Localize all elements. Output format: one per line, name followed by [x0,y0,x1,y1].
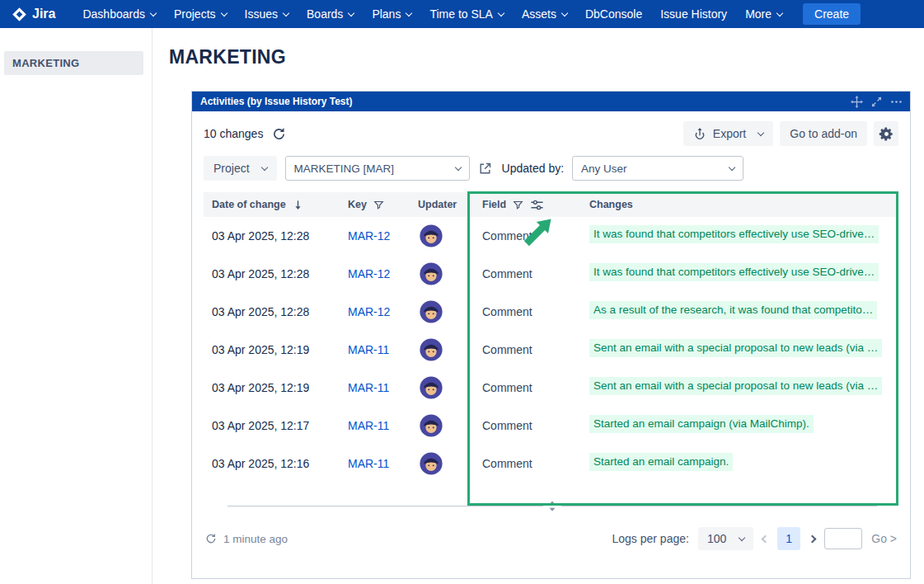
prev-page-icon[interactable] [762,535,770,543]
nav-item[interactable]: More [736,0,791,28]
nav-item-label: Issue History [660,7,727,21]
change-value-chip[interactable]: Started an email campaign (via MailChimp… [589,415,814,433]
row-key-cell: MAR-12 [348,266,418,281]
pagination: Logs per page: 100 1 Go > [612,527,897,550]
main-content: MARKETING Activities (by Issue History T… [152,28,924,584]
current-page-button[interactable]: 1 [777,527,800,550]
chevron-down-icon [283,9,289,16]
chevron-down-icon [406,9,412,16]
issue-key-link[interactable]: MAR-11 [348,381,389,394]
nav-item[interactable]: Dashboards [73,0,165,28]
sidebar-item-marketing[interactable]: MARKETING [4,51,143,75]
change-value-chip[interactable]: It was found that competitors effectivel… [589,225,879,243]
header-updater[interactable]: Updater [418,199,482,210]
export-button[interactable]: Export [683,121,773,146]
filter-funnel-icon[interactable] [373,200,384,210]
nav-item[interactable]: Projects [165,0,236,28]
refresh-icon[interactable] [272,127,286,141]
header-key[interactable]: Key [348,199,418,210]
issue-key-link[interactable]: MAR-11 [348,419,389,432]
header-field[interactable]: Field [482,198,589,212]
chevron-down-icon [757,129,764,135]
change-value-chip[interactable]: It was found that competitors effectivel… [589,263,879,281]
gear-icon [879,126,894,142]
filter-funnel-icon[interactable] [513,200,523,210]
filter-type-button[interactable]: Project [204,156,277,181]
change-value-chip[interactable]: Started an email campaign. [589,453,733,471]
issue-key-link[interactable]: MAR-12 [348,267,390,280]
move-icon[interactable] [851,96,863,108]
nav-item-label: Projects [174,7,216,21]
open-project-link[interactable] [478,162,492,176]
sort-desc-icon[interactable] [293,200,303,210]
updater-avatar [420,376,443,399]
change-value-chip[interactable]: As a result of the research, it was foun… [589,301,877,319]
chevron-down-icon [739,534,745,540]
last-refresh-label: 1 minute ago [223,533,288,545]
go-to-page-button[interactable]: Go > [871,532,897,545]
table-row: 03 Apr 2025, 12:19 MAR-11 [204,369,898,407]
change-value-chip[interactable]: Sent an email with a special proposal to… [589,377,882,395]
issue-key-link[interactable]: MAR-11 [348,457,389,470]
row-key-cell: MAR-11 [348,418,418,433]
row-field: Comment [482,267,589,280]
nav-item[interactable]: Time to SLA [420,0,513,28]
updater-avatar [420,452,443,475]
row-changes-cell: As a result of the research, it was foun… [589,301,898,323]
nav-item[interactable]: Plans [363,0,420,28]
row-field: Comment [482,457,589,470]
issue-key-link[interactable]: MAR-11 [348,343,389,356]
export-label: Export [713,127,746,140]
project-select[interactable]: MARKETING [MAR] [285,156,470,181]
panel-body: 10 changes Exp [192,111,910,551]
nav-item[interactable]: Issue History [651,0,736,28]
changes-count-group: 10 changes [204,127,286,141]
toolbar-row: 10 changes Exp [204,121,898,146]
header-date[interactable]: Date of change [212,199,348,210]
next-page-icon[interactable] [809,535,817,543]
jira-brand[interactable]: Jira [12,7,55,22]
row-updater-cell [418,338,482,361]
expand-icon[interactable] [871,97,882,107]
filter-row: Project MARKETING [MAR] Updated by: [204,156,898,181]
chevron-down-icon [498,9,504,16]
page-jump-input[interactable] [824,528,862,549]
table-resize-divider [227,506,877,506]
change-value-chip[interactable]: Sent an email with a special proposal to… [589,339,882,357]
nav-item[interactable]: Issues [236,0,298,28]
row-key-cell: MAR-12 [348,228,418,243]
settings-button[interactable] [874,121,898,146]
app-root: Jira Dashboards Projects Issues Boards P… [0,0,924,584]
chevron-down-icon [348,9,354,16]
resize-handle-icon[interactable] [543,501,561,511]
nav-item[interactable]: Assets [513,0,576,28]
nav-item[interactable]: DbConsole [576,0,651,28]
row-field: Comment [482,381,589,394]
go-to-addon-button[interactable]: Go to add-on [780,121,867,146]
nav-item-label: Boards [307,7,343,21]
header-changes[interactable]: Changes [589,199,898,210]
chevron-down-icon [729,163,735,170]
row-updater-cell [418,224,482,247]
go-to-addon-label: Go to add-on [790,127,857,140]
updater-avatar [420,338,443,361]
create-button[interactable]: Create [803,3,861,25]
issue-key-link[interactable]: MAR-12 [348,229,390,243]
nav-item[interactable]: Boards [298,0,363,28]
chevron-down-icon [260,163,267,170]
more-options-icon[interactable] [890,96,903,108]
refresh-icon[interactable] [205,533,217,544]
project-select-value: MARKETING [MAR] [294,162,395,175]
issue-key-link[interactable]: MAR-12 [348,305,390,318]
logs-per-page-select[interactable]: 100 [698,527,753,550]
panel-header-icons [851,96,903,108]
updated-by-select[interactable]: Any User [572,156,743,181]
top-nav: Jira Dashboards Projects Issues Boards P… [0,0,924,28]
row-updater-cell [418,452,482,475]
row-date: 03 Apr 2025, 12:28 [212,229,348,243]
column-settings-icon[interactable] [530,198,544,212]
row-field: Comment [482,305,589,318]
nav-item-label: Assets [522,7,556,21]
filter-type-label: Project [213,162,250,175]
chevron-down-icon [150,9,157,16]
